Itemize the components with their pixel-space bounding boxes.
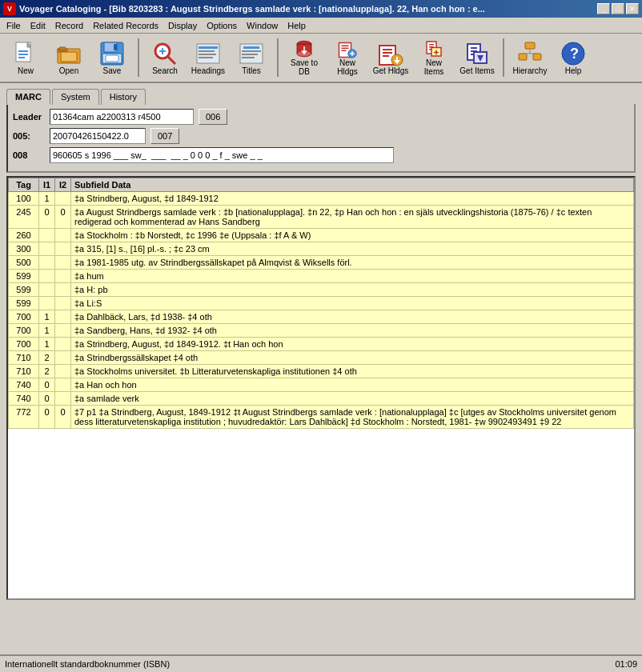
maximize-button[interactable]: □ xyxy=(612,3,624,14)
cell-i1 xyxy=(39,242,55,256)
newitems-button[interactable]: New Items xyxy=(413,37,455,78)
cell-i1 xyxy=(39,283,55,297)
savetodb-button[interactable]: Save to DB xyxy=(283,37,325,78)
table-row[interactable]: 300‡a 315, [1] s., [16] pl.-s. ; ‡c 23 c… xyxy=(9,242,634,256)
menu-display[interactable]: Display xyxy=(163,19,202,32)
search-button[interactable]: Search xyxy=(144,37,186,78)
svg-rect-26 xyxy=(242,54,258,55)
cell-i1: 2 xyxy=(39,351,55,365)
table-row[interactable]: 7102‡a Strindbergssällskapet ‡4 oth xyxy=(9,351,634,365)
toolbar-sep-3 xyxy=(503,38,504,77)
cell-i2 xyxy=(55,324,71,338)
new-button[interactable]: New xyxy=(5,37,46,78)
table-row[interactable]: 7001‡a Sandberg, Hans, ‡d 1932- ‡4 oth xyxy=(9,324,634,338)
status-text: Internationellt standardboknummer (ISBN) xyxy=(5,659,170,669)
col-header-i2: I2 xyxy=(55,178,71,192)
field-005-input[interactable] xyxy=(50,128,146,144)
table-row[interactable]: 500‡a 1981-1985 utg. av Strindbergssälls… xyxy=(9,256,634,270)
table-row[interactable]: 260‡a Stockholm : ‡b Norstedt, ‡c 1996 ‡… xyxy=(9,229,634,242)
menu-edit[interactable]: Edit xyxy=(26,19,50,32)
marc-008-row: 008 xyxy=(13,147,629,163)
cell-subfield: ‡a Dahlbäck, Lars, ‡d 1938- ‡4 oth xyxy=(71,310,634,324)
headings-button[interactable]: Headings xyxy=(187,37,229,78)
cell-subfield: ‡a Strindberg, August, ‡d 1849-1912 xyxy=(71,192,634,206)
open-label: Open xyxy=(59,66,78,75)
help-button[interactable]: ? Help xyxy=(552,37,594,78)
menu-file[interactable]: File xyxy=(2,19,26,32)
help-icon: ? xyxy=(560,41,586,66)
newitems-label: New Items xyxy=(415,58,452,76)
gethldgs-button[interactable]: Get Hldgs xyxy=(370,37,411,78)
svg-rect-41 xyxy=(383,49,392,50)
close-button[interactable]: ✕ xyxy=(626,3,639,14)
newhldgs-icon xyxy=(335,39,360,58)
status-time: 01:09 xyxy=(615,659,637,669)
table-row[interactable]: 599‡a Li:S xyxy=(9,297,634,310)
table-row[interactable]: 599‡a H: pb xyxy=(9,283,634,297)
svg-rect-61 xyxy=(519,54,527,60)
open-button[interactable]: Open xyxy=(48,37,90,78)
cell-subfield: ‡a Li:S xyxy=(71,297,634,310)
btn-006[interactable]: 006 xyxy=(199,109,227,125)
menu-help[interactable]: Help xyxy=(283,19,311,32)
tab-marc[interactable]: MARC xyxy=(6,89,50,105)
cell-i2 xyxy=(55,270,71,283)
toolbar-sep-1 xyxy=(138,38,139,77)
newhldgs-button[interactable]: New Hldgs xyxy=(327,37,368,78)
headings-icon xyxy=(195,41,221,66)
savetodb-label: Save to DB xyxy=(286,58,323,76)
cell-i1 xyxy=(39,256,55,270)
svg-rect-60 xyxy=(525,42,535,49)
col-header-i1: I1 xyxy=(39,178,55,192)
table-row[interactable]: 7001‡a Dahlbäck, Lars, ‡d 1938- ‡4 oth xyxy=(9,310,634,324)
menu-related-records[interactable]: Related Records xyxy=(88,19,163,32)
svg-rect-20 xyxy=(199,50,215,52)
menu-options[interactable]: Options xyxy=(202,19,242,32)
hierarchy-button[interactable]: Hierarchy xyxy=(509,37,551,78)
cell-subfield: ‡a Stockholm : ‡b Norstedt, ‡c 1996 ‡e (… xyxy=(71,229,634,242)
leader-input[interactable] xyxy=(50,109,194,125)
btn-007[interactable]: 007 xyxy=(150,128,179,144)
svg-rect-3 xyxy=(18,54,28,55)
table-row[interactable]: 7102‡a Stockholms universitet. ‡b Litter… xyxy=(9,365,634,378)
cell-tag: 300 xyxy=(9,242,39,256)
menu-bar: File Edit Record Related Records Display… xyxy=(0,18,642,34)
cell-subfield: ‡a 315, [1] s., [16] pl.-s. ; ‡c 23 cm xyxy=(71,242,634,256)
savetodb-icon xyxy=(291,39,317,58)
getitems-button[interactable]: Get Items xyxy=(456,37,498,78)
menu-window[interactable]: Window xyxy=(242,19,283,32)
table-row[interactable]: 77200‡7 p1 ‡a Strindberg, August, 1849-1… xyxy=(9,406,634,429)
hierarchy-label: Hierarchy xyxy=(513,66,548,75)
table-row[interactable]: 1001‡a Strindberg, August, ‡d 1849-1912 xyxy=(9,192,634,206)
table-row[interactable]: 7400‡a samlade verk xyxy=(9,392,634,406)
tab-system[interactable]: System xyxy=(52,89,99,105)
svg-rect-19 xyxy=(199,46,218,49)
cell-i1: 0 xyxy=(39,406,55,429)
table-row[interactable]: 599‡a hum xyxy=(9,270,634,283)
svg-rect-42 xyxy=(383,52,392,54)
table-row[interactable]: 7400‡a Han och hon xyxy=(9,378,634,392)
getitems-icon xyxy=(464,41,490,66)
marc-table-container: Tag I1 I2 Subfield Data 1001‡a Strindber… xyxy=(6,176,636,600)
svg-rect-25 xyxy=(242,50,261,52)
marc-005-row: 005: 007 xyxy=(13,128,629,144)
cell-tag: 740 xyxy=(9,392,39,406)
cell-i2 xyxy=(55,378,71,392)
gethldgs-label: Get Hldgs xyxy=(373,66,408,75)
field-008-input[interactable] xyxy=(50,147,394,163)
titles-icon xyxy=(239,41,264,66)
toolbar: New Open Save Search xyxy=(0,34,642,83)
save-button[interactable]: Save xyxy=(91,37,133,78)
cell-subfield: ‡a Stockholms universitet. ‡b Litteratur… xyxy=(71,365,634,378)
svg-rect-36 xyxy=(342,50,347,52)
titles-label: Titles xyxy=(242,66,261,75)
search-icon xyxy=(152,41,178,66)
cell-i1: 1 xyxy=(39,310,55,324)
table-row[interactable]: 7001‡a Strindberg, August, ‡d 1849-1912.… xyxy=(9,338,634,351)
minimize-button[interactable]: _ xyxy=(597,3,610,14)
table-row[interactable]: 24500‡a August Strindbergs samlade verk … xyxy=(9,206,634,229)
titles-button[interactable]: Titles xyxy=(231,37,272,78)
cell-tag: 599 xyxy=(9,297,39,310)
menu-record[interactable]: Record xyxy=(50,19,88,32)
tab-history[interactable]: History xyxy=(101,89,146,105)
